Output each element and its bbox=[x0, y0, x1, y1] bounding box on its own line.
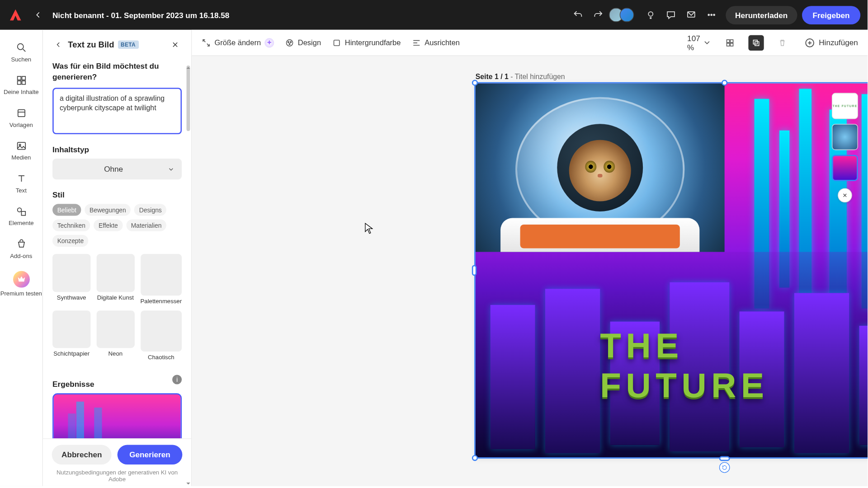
style-digital-art[interactable]: Digitale Kunst bbox=[96, 254, 134, 304]
rail-your-content[interactable]: Deine Inhalte bbox=[0, 70, 42, 102]
svg-point-0 bbox=[648, 12, 653, 16]
download-button[interactable]: Herunterladen bbox=[726, 6, 797, 24]
svg-point-18 bbox=[289, 43, 290, 45]
rail-search[interactable]: Suchen bbox=[0, 37, 42, 70]
svg-point-17 bbox=[290, 41, 292, 42]
page-thumb-2[interactable] bbox=[832, 124, 858, 150]
svg-rect-9 bbox=[22, 81, 25, 84]
svg-rect-24 bbox=[754, 40, 758, 44]
chip-techniques[interactable]: Techniken bbox=[52, 219, 90, 231]
chip-concepts[interactable]: Konzepte bbox=[52, 235, 89, 246]
page-thumbnails: THE FUTURE bbox=[830, 93, 859, 203]
content-type-dropdown[interactable]: Ohne bbox=[52, 159, 182, 179]
svg-rect-21 bbox=[731, 39, 733, 42]
style-label: Stil bbox=[52, 190, 182, 199]
app-header: Nicht benannt - 01. September 2023 um 16… bbox=[0, 0, 868, 30]
artboard[interactable]: THE FUTURE Adobe Express bbox=[476, 84, 868, 458]
resize-handle[interactable] bbox=[722, 80, 727, 86]
scroll-up-icon[interactable] bbox=[186, 62, 191, 67]
chevron-down-icon bbox=[703, 38, 712, 47]
canvas-headline-text: THE FUTURE bbox=[600, 325, 849, 405]
adobe-logo-icon bbox=[7, 6, 24, 23]
rotate-handle[interactable] bbox=[719, 462, 730, 473]
mouse-cursor-icon bbox=[365, 223, 373, 235]
svg-point-5 bbox=[17, 44, 23, 50]
close-thumbnails-button[interactable] bbox=[838, 188, 852, 202]
rail-elements[interactable]: Elemente bbox=[0, 201, 42, 233]
scroll-down-icon[interactable] bbox=[186, 478, 191, 483]
chip-movements[interactable]: Bewegungen bbox=[85, 204, 131, 216]
tool-design[interactable]: Design bbox=[285, 38, 321, 47]
resize-handle[interactable] bbox=[472, 265, 477, 276]
svg-rect-19 bbox=[334, 40, 339, 45]
canvas-toolbar: Größe ändern Design Hintergrundfarbe Aus… bbox=[192, 30, 868, 56]
left-rail: Suchen Deine Inhalte Vorlagen Medien Tex… bbox=[0, 30, 43, 486]
svg-rect-20 bbox=[727, 39, 730, 42]
generate-button[interactable]: Generieren bbox=[118, 445, 182, 465]
panel-title: Text zu Bild bbox=[68, 40, 114, 49]
svg-rect-23 bbox=[731, 43, 733, 46]
svg-rect-7 bbox=[22, 76, 25, 80]
lightbulb-icon[interactable] bbox=[645, 9, 656, 21]
back-button[interactable] bbox=[30, 6, 47, 23]
tool-resize[interactable]: Größe ändern bbox=[201, 38, 274, 47]
more-icon[interactable] bbox=[705, 9, 717, 21]
panel-close-button[interactable] bbox=[169, 38, 182, 51]
layers-icon[interactable] bbox=[749, 35, 764, 50]
resize-handle[interactable] bbox=[719, 456, 730, 461]
chip-popular[interactable]: Beliebt bbox=[52, 204, 81, 216]
collaborator-avatars[interactable] bbox=[613, 8, 634, 22]
redo-icon[interactable] bbox=[592, 9, 604, 21]
content-type-label: Inhaltstyp bbox=[52, 145, 182, 154]
chevron-down-icon bbox=[167, 165, 175, 173]
info-icon[interactable]: i bbox=[172, 374, 182, 384]
style-palette-knife[interactable]: Palettenmesser bbox=[140, 254, 182, 304]
delete-icon bbox=[775, 35, 790, 50]
resize-handle[interactable] bbox=[472, 455, 478, 461]
style-layered-paper[interactable]: Schichtpapier bbox=[52, 310, 90, 360]
results-label: Ergebnisse bbox=[52, 380, 94, 389]
present-icon[interactable] bbox=[685, 9, 697, 21]
rail-templates[interactable]: Vorlagen bbox=[0, 103, 42, 135]
undo-icon[interactable] bbox=[572, 9, 584, 21]
rail-addons[interactable]: Add-ons bbox=[0, 234, 42, 266]
rail-premium[interactable]: Premium testen bbox=[0, 266, 42, 304]
sparkle-icon bbox=[264, 38, 274, 47]
page-thumb-3[interactable] bbox=[832, 155, 858, 181]
svg-rect-8 bbox=[17, 81, 21, 84]
share-button[interactable]: Freigeben bbox=[802, 6, 860, 24]
terms-link[interactable]: Nutzungsbedingungen der generativen KI v… bbox=[52, 469, 182, 483]
tool-align[interactable]: Ausrichten bbox=[411, 38, 460, 47]
style-synthwave[interactable]: Synthwave bbox=[52, 254, 90, 304]
svg-point-2 bbox=[708, 14, 709, 15]
text-to-image-panel: Text zu Bild BETA Was für ein Bild möcht… bbox=[43, 30, 192, 486]
page-thumb-1[interactable]: THE FUTURE bbox=[832, 93, 858, 119]
svg-point-16 bbox=[288, 41, 289, 42]
cancel-button[interactable]: Abbrechen bbox=[52, 445, 112, 465]
add-page-button[interactable]: Hinzufügen bbox=[805, 37, 858, 48]
svg-point-13 bbox=[17, 208, 21, 212]
zoom-control[interactable]: 107 % bbox=[687, 33, 712, 52]
prompt-input[interactable]: a digital illustration of a sprawling cy… bbox=[52, 88, 182, 134]
tool-bgcolor[interactable]: Hintergrundfarbe bbox=[332, 38, 401, 47]
chip-materials[interactable]: Materialien bbox=[126, 219, 166, 231]
result-thumbnail[interactable] bbox=[52, 393, 182, 438]
grid-view-icon[interactable] bbox=[722, 35, 738, 50]
canvas-area: Größe ändern Design Hintergrundfarbe Aus… bbox=[192, 30, 868, 486]
chip-effects[interactable]: Effekte bbox=[94, 219, 123, 231]
rail-media[interactable]: Medien bbox=[0, 135, 42, 168]
svg-rect-25 bbox=[755, 42, 759, 46]
scrollbar-thumb[interactable] bbox=[187, 66, 190, 131]
svg-point-3 bbox=[711, 14, 712, 15]
chip-designs[interactable]: Designs bbox=[134, 204, 166, 216]
comment-icon[interactable] bbox=[665, 9, 677, 21]
document-title[interactable]: Nicht benannt - 01. September 2023 um 16… bbox=[52, 10, 229, 19]
panel-back-button[interactable] bbox=[52, 39, 64, 51]
resize-handle[interactable] bbox=[472, 80, 478, 86]
svg-rect-22 bbox=[727, 43, 730, 46]
style-chaotic[interactable]: Chaotisch bbox=[140, 310, 182, 360]
style-neon[interactable]: Neon bbox=[96, 310, 134, 360]
page-indicator[interactable]: Seite 1 / 1 - Titel hinzufügen bbox=[476, 73, 565, 81]
svg-rect-14 bbox=[21, 211, 25, 216]
rail-text[interactable]: Text bbox=[0, 168, 42, 201]
